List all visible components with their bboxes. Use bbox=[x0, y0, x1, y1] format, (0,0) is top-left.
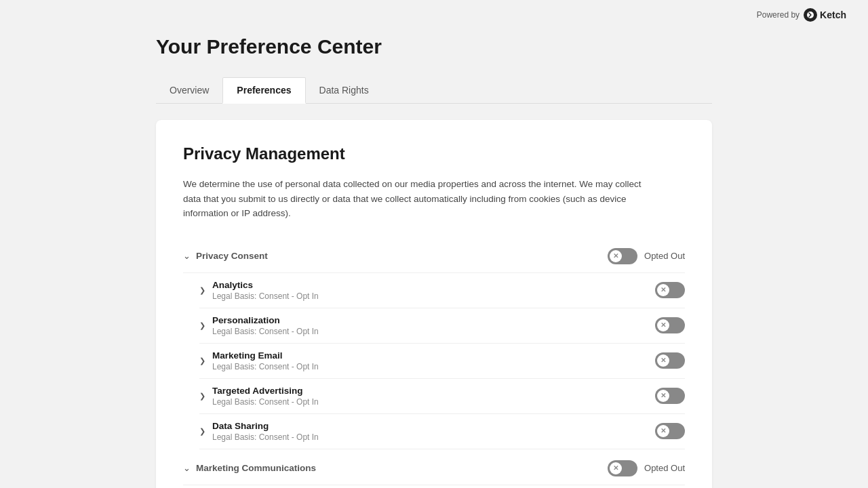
sub-row-personalization: ❯ Personalization Legal Basis: Consent -… bbox=[199, 308, 685, 344]
sub-data-sharing-name: Data Sharing bbox=[212, 421, 319, 431]
group-privacy-consent-right: ✕ Opted Out bbox=[608, 248, 685, 264]
sub-row-marketing-email: ❯ Marketing Email Legal Basis: Consent -… bbox=[199, 344, 685, 379]
toggle-off-icon: ✕ bbox=[613, 253, 618, 260]
toggle-personalization[interactable]: ✕ bbox=[655, 317, 685, 333]
sub-row-daily-newsletter: ❯ Daily Newsletter Legal Basis: Consent … bbox=[199, 485, 685, 488]
chevron-right-icon-data-sharing[interactable]: ❯ bbox=[199, 427, 205, 436]
sub-row-targeted-advertising: ❯ Targeted Advertising Legal Basis: Cons… bbox=[199, 379, 685, 414]
toggle-marketing-email[interactable]: ✕ bbox=[655, 352, 685, 369]
sub-data-sharing-basis: Legal Basis: Consent - Opt In bbox=[212, 432, 319, 442]
tabs-nav: Overview Preferences Data Rights bbox=[156, 77, 712, 104]
sub-row-analytics: ❯ Analytics Legal Basis: Consent - Opt I… bbox=[199, 273, 685, 308]
sub-row-data-sharing: ❯ Data Sharing Legal Basis: Consent - Op… bbox=[199, 414, 685, 449]
chevron-right-icon-personalization[interactable]: ❯ bbox=[199, 321, 205, 330]
sub-analytics-left: ❯ Analytics Legal Basis: Consent - Opt I… bbox=[199, 280, 319, 301]
powered-by: Powered by Ketch bbox=[757, 8, 846, 22]
sub-personalization-info: Personalization Legal Basis: Consent - O… bbox=[212, 315, 319, 336]
privacy-consent-sub-items: ❯ Analytics Legal Basis: Consent - Opt I… bbox=[183, 273, 685, 449]
toggle-off-icon-data-sharing: ✕ bbox=[660, 428, 666, 434]
chevron-down-icon[interactable]: ⌄ bbox=[183, 251, 191, 261]
toggle-off-icon-personalization: ✕ bbox=[660, 322, 666, 329]
sub-targeted-advertising-name: Targeted Advertising bbox=[212, 386, 319, 396]
group-marketing-communications-label: Marketing Communications bbox=[196, 463, 316, 473]
group-marketing-communications-left: ⌄ Marketing Communications bbox=[183, 463, 316, 473]
toggle-marketing-communications[interactable]: ✕ bbox=[608, 460, 637, 476]
sub-marketing-email-left: ❯ Marketing Email Legal Basis: Consent -… bbox=[199, 350, 319, 371]
chevron-down-icon-marketing[interactable]: ⌄ bbox=[183, 463, 191, 473]
sub-data-sharing-info: Data Sharing Legal Basis: Consent - Opt … bbox=[212, 421, 319, 442]
toggle-off-icon-targeted-advertising: ✕ bbox=[660, 392, 666, 399]
tab-overview[interactable]: Overview bbox=[156, 77, 222, 104]
chevron-right-icon-targeted-advertising[interactable]: ❯ bbox=[199, 392, 205, 401]
sub-targeted-advertising-info: Targeted Advertising Legal Basis: Consen… bbox=[212, 386, 319, 407]
section-description: We determine the use of personal data co… bbox=[183, 177, 644, 221]
sub-marketing-email-name: Marketing Email bbox=[212, 350, 319, 361]
sub-personalization-left: ❯ Personalization Legal Basis: Consent -… bbox=[199, 315, 319, 336]
group-marketing-communications: ⌄ Marketing Communications ✕ Opted Out bbox=[183, 452, 685, 485]
sub-personalization-basis: Legal Basis: Consent - Opt In bbox=[212, 327, 319, 336]
tab-data-rights[interactable]: Data Rights bbox=[306, 77, 382, 104]
toggle-analytics[interactable]: ✕ bbox=[655, 282, 685, 298]
toggle-targeted-advertising[interactable]: ✕ bbox=[655, 388, 685, 404]
sub-marketing-email-basis: Legal Basis: Consent - Opt In bbox=[212, 362, 319, 371]
group-privacy-consent-label: Privacy Consent bbox=[196, 251, 268, 261]
sub-personalization-name: Personalization bbox=[212, 315, 319, 325]
sub-targeted-advertising-left: ❯ Targeted Advertising Legal Basis: Cons… bbox=[199, 386, 319, 407]
ketch-logo: Ketch bbox=[804, 8, 846, 22]
sub-data-sharing-left: ❯ Data Sharing Legal Basis: Consent - Op… bbox=[199, 421, 319, 442]
tab-preferences[interactable]: Preferences bbox=[222, 77, 305, 104]
powered-by-text: Powered by bbox=[757, 10, 800, 20]
page-container: Your Preference Center Overview Preferen… bbox=[129, 35, 739, 488]
toggle-data-sharing[interactable]: ✕ bbox=[655, 423, 685, 439]
brand-name: Ketch bbox=[820, 9, 846, 20]
chevron-right-icon-marketing-email[interactable]: ❯ bbox=[199, 357, 205, 365]
sub-analytics-basis: Legal Basis: Consent - Opt In bbox=[212, 291, 319, 301]
content-card: Privacy Management We determine the use … bbox=[156, 120, 712, 488]
toggle-privacy-consent[interactable]: ✕ bbox=[608, 248, 637, 264]
sub-targeted-advertising-basis: Legal Basis: Consent - Opt In bbox=[212, 397, 319, 407]
group-marketing-communications-right: ✕ Opted Out bbox=[608, 460, 685, 476]
sub-analytics-name: Analytics bbox=[212, 280, 319, 290]
top-bar: Powered by Ketch bbox=[0, 0, 868, 30]
group-privacy-consent: ⌄ Privacy Consent ✕ Opted Out bbox=[183, 240, 685, 273]
marketing-communications-status: Opted Out bbox=[644, 463, 685, 473]
toggle-off-icon-marketing-comm: ✕ bbox=[613, 465, 618, 472]
group-privacy-consent-left: ⌄ Privacy Consent bbox=[183, 251, 268, 261]
chevron-right-icon-analytics[interactable]: ❯ bbox=[199, 286, 205, 295]
sub-analytics-info: Analytics Legal Basis: Consent - Opt In bbox=[212, 280, 319, 301]
ketch-logo-icon bbox=[804, 8, 817, 22]
sub-marketing-email-info: Marketing Email Legal Basis: Consent - O… bbox=[212, 350, 319, 371]
section-title: Privacy Management bbox=[183, 144, 685, 163]
marketing-communications-sub-items: ❯ Daily Newsletter Legal Basis: Consent … bbox=[183, 485, 685, 488]
privacy-consent-status: Opted Out bbox=[644, 251, 685, 261]
page-title: Your Preference Center bbox=[156, 35, 712, 58]
toggle-off-icon-analytics: ✕ bbox=[660, 287, 666, 293]
toggle-off-icon-marketing-email: ✕ bbox=[660, 357, 666, 364]
